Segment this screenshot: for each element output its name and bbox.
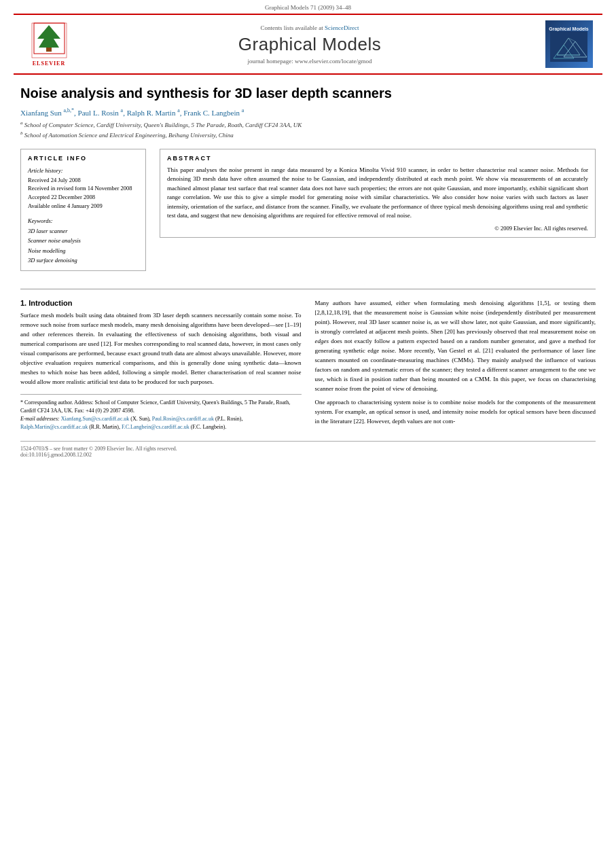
article-info-box: ARTICLE INFO Article history: Received 2… [20,149,146,272]
bottom-bar: 1524-0703/$ – see front matter © 2009 El… [20,441,596,458]
revised-date: Received in revised form 14 November 200… [28,184,139,193]
journal-title-area: Contents lists available at ScienceDirec… [76,24,543,65]
body-columns: 1. Introduction Surface mesh models buil… [20,299,596,431]
received-date: Received 24 July 2008 [28,176,139,185]
section-divider [20,289,596,289]
elsevier-tree-icon [31,22,68,59]
cover-box: Graphical Models [545,20,593,68]
intro-para-right-2: One approach to characterising system no… [315,398,596,427]
journal-homepage: journal homepage: www.elsevier.com/locat… [76,58,543,65]
svg-rect-2 [46,48,52,52]
online-date: Available online 4 January 2009 [28,202,139,211]
citation-text: Graphical Models 71 (2009) 34–48 [265,4,351,11]
cover-title: Graphical Models [549,26,588,31]
abstract-col: ABSTRACT This paper analyses the noise p… [160,149,596,280]
page-container: Graphical Models 71 (2009) 34–48 ELSEVIE… [0,0,616,471]
article-title: Noise analysis and synthesis for 3D lase… [20,84,596,102]
article-info-title: ARTICLE INFO [28,155,139,162]
abstract-text: This paper analyses the noise present in… [167,166,588,221]
journal-name: Graphical Models [76,34,543,55]
abstract-box: ABSTRACT This paper analyses the noise p… [160,149,596,238]
abstract-title: ABSTRACT [167,155,588,162]
email-rosin[interactable]: Paul.Rosin@cs.cardiff.ac.uk [152,416,214,422]
homepage-text: journal homepage: www.elsevier.com/locat… [248,58,372,65]
info-abstract-row: ARTICLE INFO Article history: Received 2… [20,149,596,280]
copyright: © 2009 Elsevier Inc. All rights reserved… [167,225,588,232]
body-right-col: Many authors have assumed, either when f… [315,299,596,431]
footnote-emails: E-mail addresses: Xianfang.Sun@cs.cardif… [20,415,302,431]
elsevier-wordmark: ELSEVIER [33,60,65,67]
main-content: Noise analysis and synthesis for 3D lase… [0,75,616,471]
both-word: both [261,331,272,338]
journal-cover: Graphical Models [543,20,594,68]
intro-para-1: Surface mesh models built using data obt… [20,311,302,387]
elsevier-logo: ELSEVIER [22,22,76,67]
email-sun[interactable]: Xianfang.Sun@cs.cardiff.ac.uk [61,416,130,422]
issn-line: 1524-0703/$ – see front matter © 2009 El… [20,446,596,452]
article-info-col: ARTICLE INFO Article history: Received 2… [20,149,146,280]
journal-citation: Graphical Models 71 (2009) 34–48 [0,0,616,14]
history-label: Article history: [28,167,139,174]
section1-heading: 1. Introduction [20,299,302,307]
sciencedirect-anchor[interactable]: ScienceDirect [325,24,359,31]
body-left-col: 1. Introduction Surface mesh models buil… [20,299,302,431]
affiliations: a School of Computer Science, Cardiff Un… [20,120,596,141]
email-langbein[interactable]: F.C.Langbein@cs.cardiff.ac.uk [122,424,189,430]
contents-text: Contents lists available at [261,24,323,31]
accepted-date: Accepted 22 December 2008 [28,193,139,202]
cover-graphic [550,31,587,62]
authors: Xianfang Sun a,b,*, Paul L. Rosin a, Ral… [20,107,596,117]
keywords-label: Keywords: [28,217,139,224]
keywords-list: 3D laser scanner Scanner noise analysis … [28,226,139,266]
footnote-corresponding: * Corresponding author. Address: School … [20,399,302,415]
intro-para-right-1: Many authors have assumed, either when f… [315,299,596,393]
email-martin[interactable]: Ralph.Martin@cs.cardiff.ac.uk [20,424,88,430]
sciencedirect-link: Contents lists available at ScienceDirec… [76,24,543,31]
footnote-area: * Corresponding author. Address: School … [20,394,302,431]
journal-header: ELSEVIER Contents lists available at Sci… [14,14,602,75]
doi-line: doi:10.1016/j.gmod.2008.12.002 [20,452,596,458]
